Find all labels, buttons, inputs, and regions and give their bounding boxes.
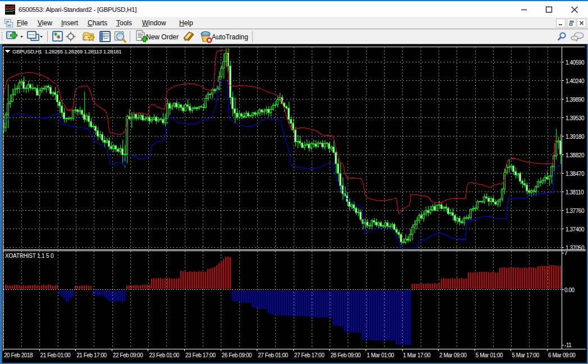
svg-text:GBPUSD,H1 1.28265 1.28269 1.2: GBPUSD,H1 1.28265 1.28269 1.28113 1.2818… <box>12 48 121 54</box>
svg-text:23 Feb 01:00: 23 Feb 01:00 <box>149 352 179 358</box>
svg-text:2 Mar 09:00: 2 Mar 09:00 <box>439 352 467 358</box>
svg-text:0.00: 0.00 <box>564 287 575 293</box>
svg-text:21 Feb 17:00: 21 Feb 17:00 <box>76 352 107 358</box>
svg-text:1.38110: 1.38110 <box>566 189 584 195</box>
svg-text:6 Mar 09:00: 6 Mar 09:00 <box>548 352 576 358</box>
svg-text:22 Feb 09:00: 22 Feb 09:00 <box>113 352 143 358</box>
svg-text:1.38820: 1.38820 <box>566 152 585 158</box>
svg-text:1 Mar 01:00: 1 Mar 01:00 <box>367 352 394 358</box>
svg-text:27 Feb 01:00: 27 Feb 01:00 <box>258 352 288 358</box>
svg-text:5 Mar 17:00: 5 Mar 17:00 <box>512 352 539 358</box>
svg-text:26 Feb 09:00: 26 Feb 09:00 <box>222 352 252 358</box>
svg-text:1 Mar 17:00: 1 Mar 17:00 <box>403 352 431 358</box>
svg-text:-11: -11 <box>564 342 572 348</box>
svg-text:28 Feb 09:00: 28 Feb 09:00 <box>330 352 361 358</box>
svg-text:1.37050: 1.37050 <box>566 245 585 251</box>
svg-text:XOATRHIST 1.1 5 0: XOATRHIST 1.1 5 0 <box>5 253 54 259</box>
svg-text:23 Feb 17:00: 23 Feb 17:00 <box>185 352 216 358</box>
svg-text:5 Mar 01:00: 5 Mar 01:00 <box>476 352 503 358</box>
svg-text:21 Feb 01:00: 21 Feb 01:00 <box>40 352 71 358</box>
svg-text:1.39180: 1.39180 <box>566 134 585 140</box>
svg-text:7: 7 <box>564 250 568 256</box>
svg-text:1.37760: 1.37760 <box>566 208 585 214</box>
svg-text:1.37400: 1.37400 <box>566 226 585 233</box>
svg-text:1.38470: 1.38470 <box>566 171 585 177</box>
svg-text:1.40590: 1.40590 <box>566 60 585 66</box>
svg-text:1.39530: 1.39530 <box>566 115 585 121</box>
svg-text:20 Feb 2018: 20 Feb 2018 <box>4 352 33 358</box>
svg-text:27 Feb 17:00: 27 Feb 17:00 <box>294 352 325 358</box>
svg-text:1.39890: 1.39890 <box>566 97 585 103</box>
svg-text:1.40240: 1.40240 <box>566 78 585 84</box>
